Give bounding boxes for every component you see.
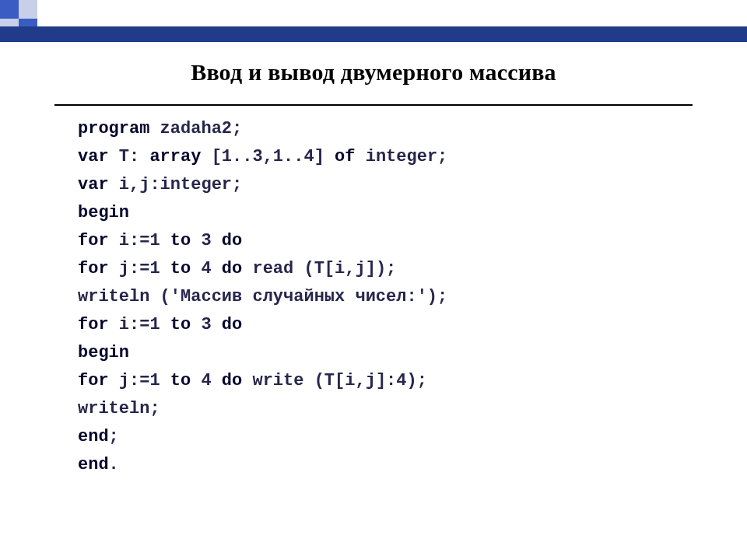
keyword: do bbox=[222, 231, 242, 250]
code-line: begin bbox=[78, 339, 693, 367]
keyword: do bbox=[222, 371, 242, 390]
code-text: i:=1 bbox=[109, 315, 170, 334]
keyword: for bbox=[78, 371, 109, 390]
code-line: var i,j:integer; bbox=[78, 171, 693, 199]
code-line: for j:=1 to 4 do write (T[i,j]:4); bbox=[78, 367, 693, 395]
code-text: j:=1 bbox=[109, 259, 170, 278]
keyword: do bbox=[222, 259, 242, 278]
code-text: write (T[i,j]:4); bbox=[242, 371, 427, 390]
keyword: var bbox=[78, 175, 109, 194]
keyword: of bbox=[335, 147, 355, 166]
keyword: for bbox=[78, 259, 109, 278]
keyword: var bbox=[78, 147, 109, 166]
code-text: i:=1 bbox=[109, 231, 170, 250]
keyword: array bbox=[149, 147, 201, 166]
deco-square bbox=[0, 0, 19, 19]
code-text: read (T[i,j]); bbox=[242, 259, 396, 278]
keyword: end bbox=[78, 427, 109, 446]
code-text: 3 bbox=[191, 315, 222, 334]
keyword: do bbox=[222, 315, 242, 334]
code-text: 3 bbox=[191, 231, 222, 250]
keyword: begin bbox=[78, 203, 129, 222]
code-line: end. bbox=[78, 451, 693, 479]
keyword: to bbox=[170, 259, 191, 278]
slide-title: Ввод и вывод двумерного массива bbox=[0, 59, 747, 86]
code-text: T: bbox=[109, 147, 150, 166]
code-text: writeln; bbox=[78, 399, 160, 418]
keyword: begin bbox=[78, 343, 129, 362]
code-text: zadaha2; bbox=[149, 119, 242, 138]
code-text: . bbox=[109, 455, 119, 474]
code-line: for i:=1 to 3 do bbox=[78, 311, 693, 339]
code-line: begin bbox=[78, 199, 693, 227]
code-line: var T: array [1..3,1..4] of integer; bbox=[78, 143, 693, 171]
keyword: for bbox=[78, 231, 109, 250]
code-line: writeln ('Массив случайных чисел:'); bbox=[78, 283, 693, 311]
deco-square bbox=[19, 0, 37, 19]
code-line: writeln; bbox=[78, 395, 693, 423]
keyword: for bbox=[78, 315, 109, 334]
keyword: program bbox=[78, 119, 149, 138]
code-line: program zadaha2; bbox=[78, 115, 693, 143]
keyword: end bbox=[78, 455, 109, 474]
header-stripe bbox=[0, 26, 747, 42]
code-text: i,j:integer; bbox=[109, 175, 243, 194]
code-line: for i:=1 to 3 do bbox=[78, 227, 693, 255]
code-text: 4 bbox=[191, 259, 222, 278]
code-text: [1..3,1..4] bbox=[201, 147, 335, 166]
header-decoration bbox=[0, 0, 747, 42]
keyword: to bbox=[170, 315, 191, 334]
code-block: program zadaha2;var T: array [1..3,1..4]… bbox=[78, 115, 693, 479]
code-line: for j:=1 to 4 do read (T[i,j]); bbox=[78, 255, 693, 283]
code-text: writeln ('Массив случайных чисел:'); bbox=[78, 287, 447, 306]
title-underline bbox=[54, 104, 693, 106]
code-line: end; bbox=[78, 423, 693, 451]
keyword: to bbox=[170, 371, 191, 390]
code-text: j:=1 bbox=[109, 371, 170, 390]
code-text: 4 bbox=[191, 371, 222, 390]
code-text: ; bbox=[109, 427, 119, 446]
code-text: integer; bbox=[355, 147, 447, 166]
keyword: to bbox=[170, 231, 191, 250]
